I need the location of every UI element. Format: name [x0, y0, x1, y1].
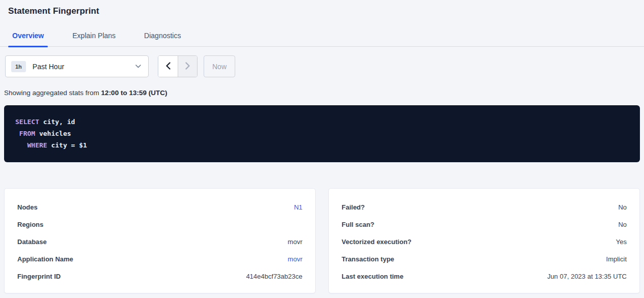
next-time-button[interactable] [178, 56, 197, 77]
sql-text: city, id [39, 118, 75, 126]
sql-statement-box: SELECT city, id FROM vehicles WHERE city… [4, 105, 640, 162]
tab-explain-plans[interactable]: Explain Plans [68, 29, 120, 46]
table-row: Failed?No [342, 198, 627, 216]
table-row: NodesN1 [17, 198, 302, 216]
sql-text [15, 141, 27, 149]
statement-details-card: NodesN1RegionsDatabasemovrApplication Na… [4, 188, 316, 293]
sql-line: WHERE city = $1 [15, 139, 629, 151]
row-value-link[interactable]: movr [288, 255, 302, 263]
table-row: Regions [17, 216, 302, 233]
aggregated-stats-line: Showing aggregated stats from 12:00 to 1… [4, 89, 640, 97]
row-label: Transaction type [342, 255, 394, 263]
summary-cards: NodesN1RegionsDatabasemovrApplication Na… [4, 188, 640, 293]
interval-badge: 1h [11, 61, 26, 72]
sql-line: SELECT city, id [15, 116, 629, 128]
row-value: No [618, 221, 627, 228]
page-header: Statement Fingerprint [0, 0, 644, 16]
time-toolbar: 1h Past Hour Now [5, 55, 640, 77]
row-value-link[interactable]: N1 [294, 203, 302, 211]
chevron-down-icon [135, 65, 141, 68]
table-row: Transaction typeImplicit [342, 250, 627, 267]
row-value: Yes [616, 238, 627, 246]
table-row: Application Namemovr [17, 250, 302, 267]
sql-text: city = $1 [47, 141, 87, 149]
row-label: Application Name [17, 255, 73, 263]
time-range-label: Past Hour [33, 63, 64, 71]
table-row: Databasemovr [17, 233, 302, 250]
sql-keyword: FROM [19, 130, 35, 137]
row-value: movr [288, 238, 302, 246]
chevron-left-icon [165, 62, 171, 71]
now-button[interactable]: Now [204, 55, 235, 77]
row-label: Nodes [17, 203, 38, 211]
table-row: Fingerprint ID414e4bcf73ab23ce [17, 267, 302, 285]
sql-keyword: SELECT [15, 118, 39, 126]
sql-keyword: WHERE [27, 141, 47, 149]
sql-text [15, 130, 19, 137]
sql-line: FROM vehicles [15, 128, 629, 139]
table-row: Full scan?No [342, 216, 627, 233]
row-label: Last execution time [342, 273, 403, 280]
row-label: Vectorized execution? [342, 238, 411, 246]
tab-overview[interactable]: Overview [8, 29, 48, 46]
tab-strip: OverviewExplain PlansDiagnostics [0, 29, 644, 47]
time-range-dropdown[interactable]: 1h Past Hour [5, 55, 149, 77]
page-title: Statement Fingerprint [8, 6, 636, 16]
table-row: Vectorized execution?Yes [342, 233, 627, 250]
time-step-buttons [158, 55, 198, 77]
row-label: Failed? [342, 203, 365, 211]
row-label: Regions [17, 221, 43, 228]
stats-line-range: 12:00 to 13:59 (UTC) [101, 89, 167, 97]
row-label: Fingerprint ID [17, 273, 61, 280]
row-value: 414e4bcf73ab23ce [246, 273, 302, 280]
sql-text: vehicles [35, 130, 71, 137]
execution-attributes-card: Failed?NoFull scan?NoVectorized executio… [328, 188, 640, 293]
stats-line-prefix: Showing aggregated stats from [4, 89, 101, 97]
previous-time-button[interactable] [158, 56, 178, 77]
chevron-right-icon [185, 62, 190, 71]
row-value: Implicit [606, 255, 627, 263]
row-label: Database [17, 238, 47, 246]
tab-diagnostics[interactable]: Diagnostics [140, 29, 185, 46]
row-value: Jun 07, 2023 at 13:35 UTC [547, 273, 627, 280]
table-row: Last execution timeJun 07, 2023 at 13:35… [342, 267, 627, 285]
row-label: Full scan? [342, 221, 374, 228]
row-value: No [618, 203, 627, 211]
